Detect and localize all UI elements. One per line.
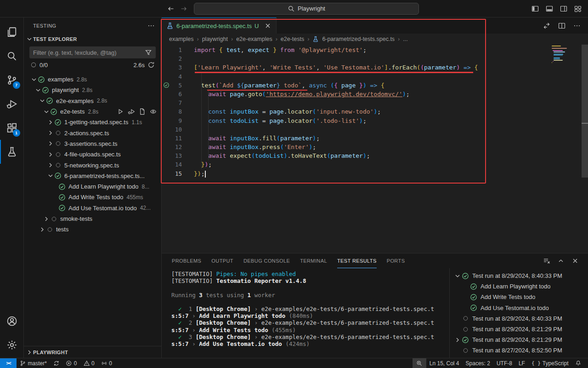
activitybar-item-testing[interactable] (0, 140, 24, 164)
activitybar-item-explorer[interactable] (0, 20, 24, 44)
panel-tab-problems[interactable]: PROBLEMS (172, 253, 201, 268)
panel-tab-ports[interactable]: PORTS (387, 253, 405, 268)
statusbar-cursor-position[interactable]: Ln 15, Col 4 (426, 358, 463, 368)
test-explorer-section-header[interactable]: TEST EXPLORER (24, 34, 161, 45)
statusbar-git-branch[interactable]: master* (17, 358, 50, 368)
activitybar-item-extensions[interactable]: 1 (0, 116, 24, 140)
command-center-search[interactable]: Playwright (194, 3, 419, 15)
statusbar-encoding[interactable]: UTF-8 (493, 358, 515, 368)
playwright-section-header[interactable]: PLAYWRIGHT (24, 346, 161, 358)
close-icon[interactable] (571, 257, 579, 264)
breadcrumb-item[interactable]: 6-parametrized-tests.spec.ts (322, 36, 395, 42)
run-icon[interactable] (117, 108, 124, 115)
test-tree-item[interactable]: 4-file-uploads.spec.ts (24, 149, 161, 160)
warning-icon (84, 360, 90, 367)
test-tree-item[interactable]: 5-networking.spec.ts (24, 160, 161, 170)
test-tree-item[interactable]: Add Learn Playwright todo8... (24, 181, 161, 192)
search-text: Playwright (298, 5, 325, 12)
test-tree-item[interactable]: Add Use Testomat.io todo42... (24, 203, 161, 213)
panel-tab-debug-console[interactable]: DEBUG CONSOLE (243, 253, 290, 268)
panel-tab-test-results[interactable]: TEST RESULTS (337, 253, 377, 268)
breadcrumb-item[interactable]: e2e-tests (281, 36, 304, 42)
statusbar-sync-changes[interactable] (50, 358, 63, 368)
test-tree-item[interactable]: e2e-examples2.8s (24, 96, 161, 106)
statusbar-language-mode[interactable]: { }TypeScript (528, 358, 572, 368)
layout-sidebar-right-icon[interactable] (560, 5, 567, 12)
split-editor-icon[interactable] (558, 22, 565, 29)
statusbar-errors[interactable]: 0 (62, 358, 80, 368)
code-editor[interactable]: 1import { test, expect } from '@playwrig… (162, 45, 588, 253)
debug-icon[interactable] (128, 108, 135, 115)
statusbar-warnings[interactable]: 0 (80, 358, 98, 368)
statusbar-indentation[interactable]: Spaces: 2 (463, 358, 493, 368)
activitybar-item-source-control[interactable]: 7 (0, 68, 24, 92)
gutter-test-pass-icon[interactable] (162, 81, 171, 90)
back-arrow-icon[interactable] (167, 5, 175, 12)
layout-sidebar-left-icon[interactable] (531, 5, 539, 12)
ellipsis-icon[interactable] (573, 22, 581, 29)
editor-scrollbar[interactable] (582, 45, 588, 178)
test-tree-item[interactable]: e2e-tests2.8s (24, 106, 161, 117)
test-item-label: playwright (52, 86, 79, 93)
chevron-right-icon (453, 336, 462, 344)
circle-icon (462, 326, 469, 333)
test-tree-item[interactable]: playwright2.8s (24, 85, 161, 95)
statusbar-notifications[interactable] (572, 358, 585, 368)
watch-icon[interactable] (150, 108, 157, 115)
panel-tab-output[interactable]: OUTPUT (211, 253, 233, 268)
test-run-history-item[interactable]: Add Use Testomat.io todo (450, 303, 588, 313)
test-run-history-item[interactable] (450, 356, 588, 358)
statusbar-remote-indicator[interactable]: >< (0, 358, 17, 368)
minimap[interactable] (552, 46, 580, 63)
test-run-history-item[interactable]: Test run at 8/29/2024, 8:40:33 PM (450, 270, 588, 281)
close-icon[interactable] (264, 22, 271, 29)
test-run-history-item[interactable]: Test run at 8/29/2024, 8:40:33 PM (450, 313, 588, 324)
test-tree-item[interactable]: examples2.8s (24, 74, 161, 85)
go-to-file-icon[interactable] (139, 108, 146, 115)
test-tree-item[interactable]: 6-parametrized-tests.spec.ts... (24, 171, 161, 181)
refresh-icon[interactable] (147, 61, 155, 69)
breadcrumb-separator: › (197, 36, 199, 42)
test-results-output[interactable]: [TESTOMATIO] Pipes: No pipes enabled[TES… (162, 268, 449, 358)
activitybar-item-accounts[interactable] (0, 309, 24, 333)
test-run-history-item[interactable]: Add Learn Playwright todo (450, 281, 588, 292)
chevron-up-icon[interactable] (557, 257, 565, 264)
test-tree-item[interactable]: 2-actions.spec.ts (24, 127, 161, 138)
breadcrumb-item[interactable]: examples (169, 36, 194, 42)
activitybar-item-search[interactable] (0, 44, 24, 68)
test-tree-item[interactable]: smoke-tests (24, 213, 161, 224)
beaker-icon (6, 146, 17, 157)
test-run-history-item[interactable]: Test run at 8/29/2024, 8:21:29 PM (450, 334, 588, 345)
test-tree-item[interactable]: 1-getting-started.spec.ts1.1s (24, 117, 161, 127)
gutter (162, 169, 171, 178)
breadcrumb-item[interactable]: e2e-examples (236, 36, 272, 42)
test-pass-icon (54, 172, 62, 179)
statusbar-eol[interactable]: LF (515, 358, 528, 368)
test-run-history-item[interactable]: Test run at 8/29/2024, 8:21:29 PM (450, 324, 588, 334)
tab-6-parametrized-tests[interactable]: 6-parametrized-tests.spec.ts U (162, 17, 277, 34)
activitybar-item-settings[interactable] (0, 333, 24, 357)
test-tree-item[interactable]: 3-assertions.spec.ts (24, 138, 161, 149)
ellipsis-icon[interactable] (147, 22, 155, 29)
filter-icon[interactable] (145, 49, 152, 56)
breadcrumb-item[interactable]: ... (403, 36, 407, 42)
activitybar-item-run-debug[interactable] (0, 92, 24, 116)
chevron-right-icon (47, 161, 54, 169)
clear-output-icon[interactable] (543, 257, 550, 264)
test-tree-item[interactable]: Add Write Tests todo455ms (24, 192, 161, 202)
test-item-label: Add Use Testomat.io todo (68, 205, 137, 212)
test-tree-item[interactable]: tests (24, 224, 161, 235)
test-run-history-item[interactable]: Add Write Tests todo (450, 292, 588, 302)
statusbar-ports-forwarded[interactable]: 0 (98, 358, 115, 368)
breadcrumb[interactable]: examples›playwright›e2e-examples›e2e-tes… (162, 34, 588, 45)
panel-tab-terminal[interactable]: TERMINAL (300, 253, 327, 268)
layout-panel-icon[interactable] (546, 5, 553, 12)
open-changes-icon[interactable] (543, 22, 550, 29)
statusbar-zoom-indicator[interactable] (413, 358, 426, 368)
test-run-history-item[interactable]: Test run at 8/27/2024, 8:52:50 PM (450, 345, 588, 356)
filter-input[interactable] (33, 49, 145, 56)
customize-layout-icon[interactable] (574, 5, 582, 12)
test-item-duration: 2.8s (77, 76, 87, 83)
forward-arrow-icon[interactable] (180, 5, 187, 12)
breadcrumb-item[interactable]: playwright (202, 36, 228, 42)
